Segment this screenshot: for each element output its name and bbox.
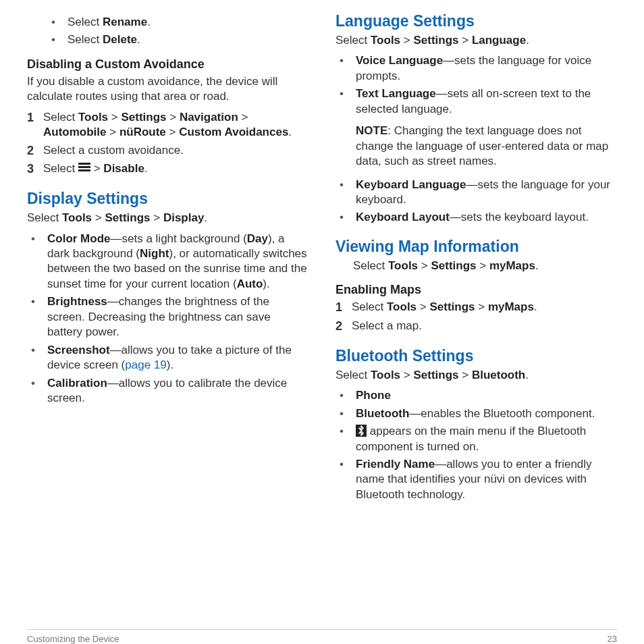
step-item: 1Select Tools > Settings > myMaps. (336, 300, 617, 316)
list-item: Screenshot—allows you to take a picture … (27, 343, 308, 373)
list-item: Color Mode—sets a light background (Day)… (27, 232, 308, 292)
menu-icon (78, 161, 90, 173)
heading-viewing-map-info: Viewing Map Information (336, 238, 617, 256)
list-item: Select Rename. (47, 15, 308, 30)
list-item: Keyboard Language—sets the language for … (336, 178, 617, 208)
step-item: 2Select a custom avoidance. (27, 143, 308, 159)
right-column: Language Settings Select Tools > Setting… (336, 12, 617, 622)
list-item: Keyboard Layout—sets the keyboard layout… (336, 210, 617, 225)
list-item: Friendly Name—allows you to enter a frie… (336, 457, 617, 502)
intro-bluetooth-settings: Select Tools > Settings > Bluetooth. (336, 368, 617, 383)
list-language-settings: Voice Language—sets the language for voi… (336, 53, 617, 225)
list-item: Brightness—changes the brightness of the… (27, 294, 308, 340)
step-item: 1Select Tools > Settings > Navigation > … (27, 110, 308, 140)
bullet-list-rename-delete: Select Rename.Select Delete. (47, 15, 308, 48)
list-item: Text Language—sets all on-screen text to… (336, 86, 617, 174)
steps-disabling-avoidance: 1Select Tools > Settings > Navigation > … (27, 110, 308, 178)
heading-language-settings: Language Settings (336, 12, 617, 30)
footer-page-number: 23 (608, 634, 617, 644)
list-item: Phone (336, 388, 617, 403)
heading-bluetooth-settings: Bluetooth Settings (336, 347, 617, 365)
list-item: Voice Language—sets the language for voi… (336, 53, 617, 84)
list-display-settings: Color Mode—sets a light background (Day)… (27, 232, 308, 406)
footer-section-title: Customizing the Device (27, 634, 119, 644)
left-column: Select Rename.Select Delete. Disabling a… (27, 12, 308, 622)
page: Select Rename.Select Delete. Disabling a… (0, 0, 644, 644)
intro-viewing-map-info: Select Tools > Settings > myMaps. (336, 259, 617, 273)
list-item: appears on the main menu if the Bluetoot… (336, 424, 617, 454)
intro-language-settings: Select Tools > Settings > Language. (336, 33, 617, 48)
list-item: Bluetooth—enables the Bluetooth componen… (336, 406, 617, 421)
intro-disabling-avoidance: If you disable a custom avoidance, the d… (27, 74, 308, 105)
steps-enabling-maps: 1Select Tools > Settings > myMaps.2Selec… (336, 300, 617, 335)
heading-enabling-maps: Enabling Maps (336, 283, 617, 297)
columns: Select Rename.Select Delete. Disabling a… (27, 12, 617, 622)
list-bluetooth-settings: PhoneBluetooth—enables the Bluetooth com… (336, 388, 617, 502)
intro-display-settings: Select Tools > Settings > Display. (27, 211, 308, 225)
page-footer: Customizing the Device 23 (27, 629, 617, 644)
bluetooth-icon (356, 425, 367, 437)
heading-display-settings: Display Settings (27, 190, 308, 208)
list-item: Select Delete. (47, 32, 308, 47)
step-item: 2Select a map. (336, 319, 617, 335)
step-item: 3Select > Disable. (27, 161, 308, 178)
list-item: Calibration—allows you to calibrate the … (27, 376, 308, 406)
heading-disabling-custom-avoidance: Disabling a Custom Avoidance (27, 57, 308, 72)
